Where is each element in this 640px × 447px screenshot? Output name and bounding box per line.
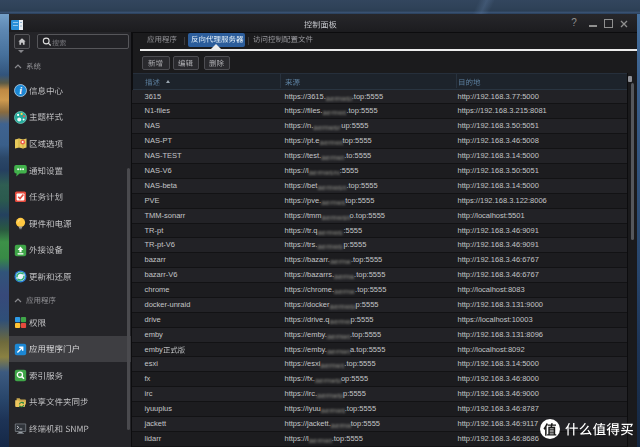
svg-text:i: i xyxy=(19,85,22,96)
